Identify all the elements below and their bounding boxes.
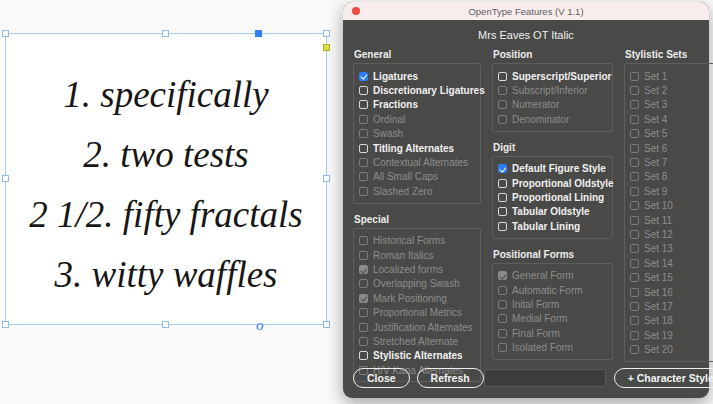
checkbox-row-fractions[interactable]: Fractions	[359, 98, 476, 112]
checkbox-label-stretched-alternate: Stretched Alternate	[373, 336, 458, 347]
text-frame[interactable]: 1. specifically 2. two tests 2 1/2. fift…	[5, 33, 327, 325]
close-window-icon[interactable]	[352, 7, 360, 15]
group-box-special: Historical FormsRoman ItalicsLocalized f…	[353, 228, 481, 383]
refresh-button[interactable]: Refresh	[417, 368, 484, 388]
checkbox-row-set-17: Set 17	[630, 299, 713, 313]
checkbox-row-set-8: Set 8	[630, 170, 713, 184]
text-line: 1. specifically	[63, 65, 269, 125]
checkbox-row-roman-italics: Roman Italics	[359, 248, 476, 262]
checkbox-label-set-14: Set 14	[644, 258, 673, 269]
checkbox-row-set-9: Set 9	[630, 184, 713, 198]
checkbox-label-justification-alternates: Justification Alternates	[373, 322, 473, 333]
frame-handle-bottom-center[interactable]	[162, 321, 169, 328]
checkbox-discretionary-ligatures[interactable]	[359, 86, 368, 95]
frame-handle-top-left[interactable]	[2, 30, 9, 37]
checkbox-label-final-form: Final Form	[512, 328, 560, 339]
checkbox-subscript-inferior	[498, 86, 507, 95]
checkbox-swash	[359, 129, 368, 138]
column-position-digit-positional: PositionSuperscript/SuperiorSubscript/In…	[492, 49, 613, 392]
checkbox-label-set-11: Set 11	[644, 215, 672, 226]
checkbox-row-overlapping-swash: Overlapping Swash	[359, 277, 476, 291]
checkbox-fractions[interactable]	[359, 100, 368, 109]
frame-overflow-indicator: o	[256, 317, 264, 334]
checkbox-label-set-17: Set 17	[644, 301, 673, 312]
checkbox-tabular-oldstyle[interactable]	[498, 207, 507, 216]
checkbox-all-small-caps	[359, 172, 368, 181]
frame-handle-top-right[interactable]	[323, 30, 330, 37]
group-box-stylistic-sets: Set 1Set 2Set 3Set 4Set 5Set 6Set 7Set 8…	[624, 63, 713, 362]
frame-anchor-handle[interactable]	[255, 30, 262, 37]
dialog-titlebar[interactable]: OpenType Features (V 1.1)	[343, 2, 709, 20]
checkbox-row-superscript-superior[interactable]: Superscript/Superior	[498, 69, 608, 83]
checkbox-row-swash: Swash	[359, 127, 476, 141]
checkbox-default-figure-style[interactable]	[498, 164, 507, 173]
checkbox-label-medial-form: Medial Form	[512, 313, 568, 324]
checkbox-roman-italics	[359, 251, 368, 260]
checkbox-row-subscript-inferior: Subscript/Inferior	[498, 83, 608, 97]
checkbox-label-fractions: Fractions	[373, 99, 418, 110]
checkbox-row-ligatures[interactable]: Ligatures	[359, 69, 476, 83]
checkbox-label-subscript-inferior: Subscript/Inferior	[512, 85, 588, 96]
close-button[interactable]: Close	[353, 368, 410, 388]
checkbox-row-set-1: Set 1	[630, 69, 713, 83]
checkbox-titling-alternates[interactable]	[359, 144, 368, 153]
column-general-special: GeneralLigaturesDiscretionary LigaturesF…	[353, 49, 481, 392]
checkbox-row-set-12: Set 12	[630, 227, 713, 241]
checkbox-label-stylistic-alternates: Stylistic Alternates	[373, 350, 463, 361]
checkbox-row-titling-alternates[interactable]: Titling Alternates	[359, 141, 476, 155]
checkbox-justification-alternates	[359, 323, 368, 332]
dialog-footer: Close Refresh + Character Style	[343, 361, 709, 398]
frame-handle-bottom-left[interactable]	[2, 321, 9, 328]
checkbox-label-set-7: Set 7	[644, 157, 667, 168]
checkbox-label-set-5: Set 5	[644, 128, 667, 139]
checkbox-set-19	[630, 331, 639, 340]
checkbox-historical-forms	[359, 236, 368, 245]
checkbox-general-form	[498, 271, 507, 280]
checkbox-proportional-oldstyle[interactable]	[498, 179, 507, 188]
style-name-input[interactable]	[484, 369, 606, 387]
group-stylistic-sets: Stylistic SetsSet 1Set 2Set 3Set 4Set 5S…	[624, 49, 713, 362]
checkbox-label-set-10: Set 10	[644, 200, 673, 211]
text-line: 2. two tests	[83, 125, 249, 185]
checkbox-row-denominator: Denominator	[498, 112, 608, 126]
checkbox-label-automatic-form: Automatic Form	[512, 285, 583, 296]
checkbox-label-roman-italics: Roman Italics	[373, 250, 434, 261]
group-label-stylistic-sets: Stylistic Sets	[625, 49, 713, 60]
checkbox-row-proportional-lining[interactable]: Proportional Lining	[498, 190, 608, 204]
frame-handle-middle-left[interactable]	[2, 175, 9, 182]
checkbox-label-set-18: Set 18	[644, 315, 673, 326]
checkbox-denominator	[498, 115, 507, 124]
checkbox-row-stretched-alternate: Stretched Alternate	[359, 334, 476, 348]
checkbox-row-tabular-lining[interactable]: Tabular Lining	[498, 219, 608, 233]
checkbox-medial-form	[498, 314, 507, 323]
checkbox-row-proportional-oldstyle[interactable]: Proportional Oldstyle	[498, 176, 608, 190]
frame-corner-radius-handle[interactable]	[323, 44, 330, 51]
checkbox-row-localized-forms: Localized forms	[359, 262, 476, 276]
checkbox-row-set-11: Set 11	[630, 213, 713, 227]
checkbox-stylistic-alternates[interactable]	[359, 351, 368, 360]
group-label-general: General	[354, 49, 481, 60]
checkbox-row-default-figure-style[interactable]: Default Figure Style	[498, 162, 608, 176]
frame-handle-top-center[interactable]	[162, 30, 169, 37]
frame-handle-bottom-right[interactable]	[323, 321, 330, 328]
checkbox-row-discretionary-ligatures[interactable]: Discretionary Ligatures	[359, 83, 476, 97]
add-character-style-button[interactable]: + Character Style	[614, 368, 713, 388]
checkbox-set-16	[630, 288, 639, 297]
checkbox-superscript-superior[interactable]	[498, 72, 507, 81]
checkbox-label-set-8: Set 8	[644, 171, 667, 182]
text-line: 2 1/2. fifty fractals	[29, 185, 302, 245]
checkbox-label-slashed-zero: Slashed Zero	[373, 186, 432, 197]
checkbox-label-tabular-oldstyle: Tabular Oldstyle	[512, 206, 590, 217]
checkbox-set-3	[630, 100, 639, 109]
checkbox-ligatures[interactable]	[359, 72, 368, 81]
checkbox-tabular-lining[interactable]	[498, 222, 507, 231]
frame-handle-middle-right[interactable]	[323, 175, 330, 182]
checkbox-row-tabular-oldstyle[interactable]: Tabular Oldstyle	[498, 205, 608, 219]
checkbox-row-set-7: Set 7	[630, 155, 713, 169]
checkbox-label-general-form: General Form	[512, 270, 574, 281]
group-label-position: Position	[493, 49, 613, 60]
checkbox-proportional-lining[interactable]	[498, 193, 507, 202]
checkbox-label-numerator: Numerator	[512, 99, 559, 110]
group-box-positional-forms: General FormAutomatic FormInital FormMed…	[492, 263, 613, 360]
checkbox-label-localized-forms: Localized forms	[373, 264, 443, 275]
